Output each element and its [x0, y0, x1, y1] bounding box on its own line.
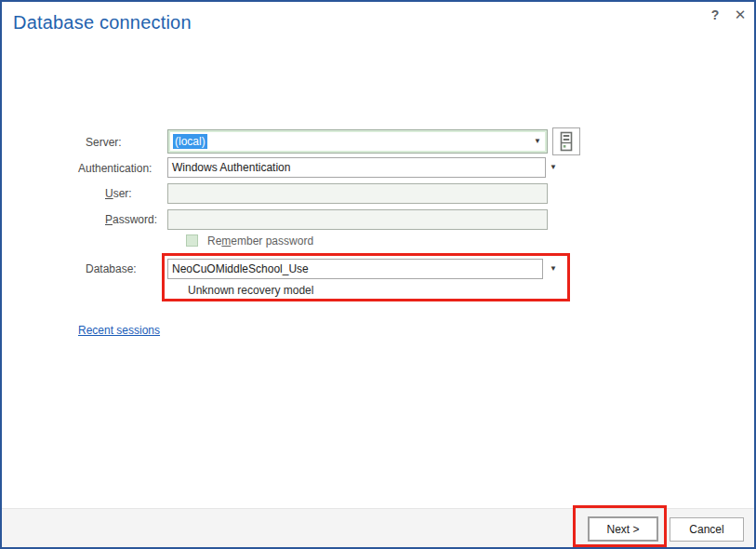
database-label: Database:: [86, 262, 137, 275]
database-combobox[interactable]: NeoCuOMiddleSchool_Use: [167, 259, 543, 279]
help-icon[interactable]: ?: [707, 7, 723, 23]
server-value: (local): [173, 134, 207, 149]
authentication-value: Windows Authentication: [172, 161, 290, 174]
close-icon[interactable]: ✕: [732, 7, 749, 23]
user-label: User:: [105, 187, 132, 200]
browse-server-button[interactable]: [552, 127, 580, 155]
recent-sessions-link[interactable]: Recent sessions: [78, 324, 160, 337]
remember-password-checkbox[interactable]: [186, 234, 198, 247]
server-label: Server:: [86, 136, 122, 149]
database-value: NeoCuOMiddleSchool_Use: [172, 262, 309, 275]
server-icon: [559, 131, 574, 152]
database-recovery-status: Unknown recovery model: [188, 284, 313, 297]
next-button[interactable]: Next >: [588, 516, 658, 542]
authentication-label: Authentication:: [78, 162, 152, 175]
dialog-title: Database connection: [13, 12, 192, 33]
authentication-combobox[interactable]: Windows Authentication: [167, 157, 546, 178]
chevron-down-icon[interactable]: ▼: [534, 138, 543, 145]
remember-password-label: Remember password: [207, 234, 313, 248]
password-label: Password:: [105, 213, 157, 226]
chevron-down-icon[interactable]: ▼: [548, 164, 559, 171]
user-field[interactable]: [167, 183, 548, 204]
cancel-button[interactable]: Cancel: [670, 517, 744, 542]
password-field[interactable]: [167, 209, 548, 230]
chevron-down-icon[interactable]: ▼: [548, 265, 559, 273]
database-connection-dialog: Database connection ? ✕ Server: (local) …: [0, 0, 756, 549]
server-combobox[interactable]: (local) ▼: [167, 129, 548, 154]
